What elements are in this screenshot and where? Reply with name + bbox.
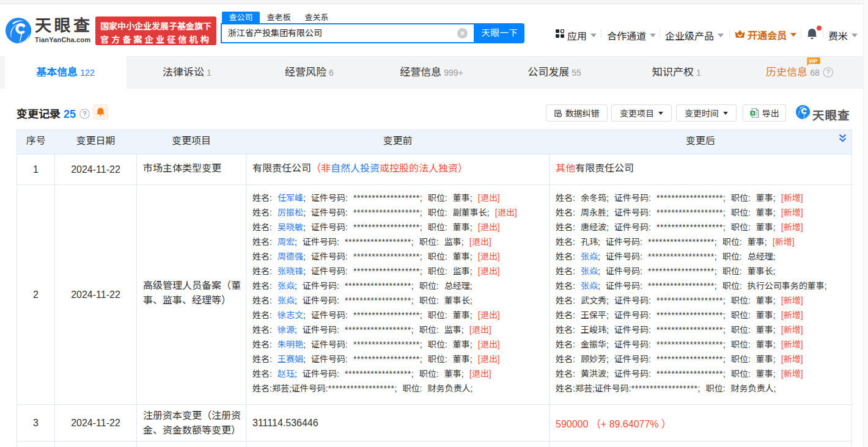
svg-text:X: X [751,111,754,115]
svg-text:VIP: VIP [809,58,817,64]
svg-text:?: ? [83,110,86,117]
svg-text:?: ? [826,68,829,76]
